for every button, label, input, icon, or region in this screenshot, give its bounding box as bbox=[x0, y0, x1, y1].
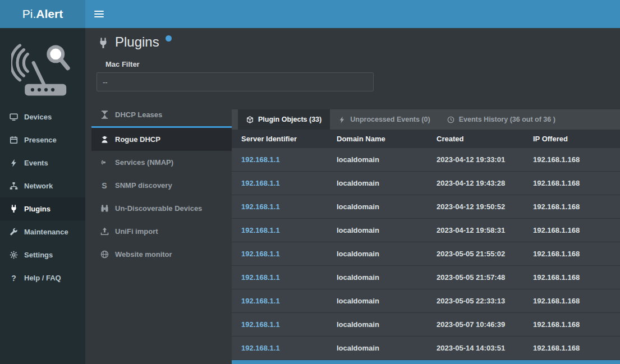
plugin-nav-label: Rogue DHCP bbox=[115, 135, 160, 144]
created-cell: 2023-04-12 19:58:31 bbox=[437, 226, 533, 234]
server-identifier-link[interactable]: 192.168.1.1 bbox=[241, 179, 280, 187]
domain-name-cell: localdomain bbox=[337, 344, 437, 352]
server-identifier-link[interactable]: 192.168.1.1 bbox=[241, 320, 280, 329]
column-header-created[interactable]: Created bbox=[437, 135, 533, 143]
table-row[interactable]: 192.168.1.1 localdomain 2023-05-05 21:55… bbox=[232, 242, 620, 266]
brand-bold: Alert bbox=[36, 7, 63, 21]
sidebar-item-label: Presence bbox=[24, 136, 57, 144]
main-content: Plugins Mac Filter DHCP Leases Rogue DHC… bbox=[85, 28, 620, 364]
monitor-icon bbox=[8, 113, 19, 121]
server-identifier-link[interactable]: 192.168.1.1 bbox=[241, 226, 280, 234]
gear-icon bbox=[8, 251, 19, 259]
column-header-ip-offered[interactable]: IP Offered bbox=[533, 135, 620, 143]
tab-plugin-objects[interactable]: Plugin Objects (33) bbox=[238, 109, 330, 130]
domain-name-cell: localdomain bbox=[337, 226, 437, 234]
ip-offered-cell: 192.168.1.168 bbox=[533, 297, 620, 305]
bolt-icon bbox=[8, 159, 19, 167]
network-icon bbox=[8, 182, 19, 190]
ip-offered-cell: 192.168.1.168 bbox=[533, 273, 620, 282]
sidebar-item-help-faq[interactable]: ? Help / FAQ bbox=[0, 266, 85, 289]
domain-name-cell: localdomain bbox=[337, 273, 437, 282]
brand-prefix: Pi. bbox=[22, 7, 36, 21]
brand-logo[interactable]: Pi.Alert bbox=[0, 0, 85, 28]
sidebar-item-devices[interactable]: Devices bbox=[0, 105, 85, 128]
plugin-nav-label: Website monitor bbox=[115, 250, 172, 259]
mac-filter-label: Mac Filter bbox=[105, 60, 140, 68]
sidebar-item-label: Settings bbox=[24, 251, 53, 259]
calendar-icon bbox=[8, 136, 19, 144]
binoculars-icon bbox=[99, 204, 109, 213]
created-cell: 2023-05-07 10:46:39 bbox=[437, 320, 533, 329]
server-identifier-link[interactable]: 192.168.1.1 bbox=[241, 155, 280, 164]
plugin-nav-item-dhcp-leases[interactable]: DHCP Leases bbox=[91, 103, 232, 126]
sidebar-item-label: Events bbox=[24, 159, 48, 167]
sidebar-item-label: Network bbox=[24, 182, 53, 190]
column-header-server-identifier[interactable]: Server Identifier bbox=[232, 135, 337, 143]
plugin-nav-item-website-monitor[interactable]: Website monitor bbox=[91, 243, 232, 266]
page-title: Plugins bbox=[115, 35, 159, 49]
sidebar-item-network[interactable]: Network bbox=[0, 174, 85, 197]
mac-filter-input[interactable] bbox=[97, 72, 374, 91]
table-row[interactable]: 192.168.1.1 localdomain 2023-04-12 19:43… bbox=[232, 172, 620, 195]
sidebar-item-plugins[interactable]: Plugins bbox=[0, 197, 85, 220]
domain-name-cell: localdomain bbox=[337, 179, 437, 187]
plugin-nav-item-services-nmap[interactable]: Services (NMAP) bbox=[91, 151, 232, 174]
server-identifier-link[interactable]: 192.168.1.1 bbox=[241, 297, 280, 305]
table-header-row: Server Identifier Domain Name Created IP… bbox=[232, 130, 620, 148]
table-row[interactable]: 192.168.1.1 localdomain 2023-05-14 14:03… bbox=[232, 337, 620, 360]
clock-icon bbox=[447, 116, 454, 123]
ip-offered-cell: 192.168.1.168 bbox=[533, 202, 620, 211]
server-identifier-link[interactable]: 192.168.1.1 bbox=[241, 273, 280, 282]
hourglass-icon bbox=[99, 110, 109, 119]
server-identifier-link[interactable]: 192.168.1.1 bbox=[241, 250, 280, 258]
table-row[interactable]: 192.168.1.1 localdomain 2023-05-07 10:46… bbox=[232, 313, 620, 337]
wrench-icon bbox=[8, 228, 19, 236]
plugin-nav-item-unifi-import[interactable]: UniFi import bbox=[91, 220, 232, 243]
plugin-nav-item-snmp-discovery[interactable]: S SNMP discovery bbox=[91, 174, 232, 197]
plugin-nav-label: UniFi import bbox=[115, 227, 158, 236]
created-cell: 2023-05-05 21:57:48 bbox=[437, 273, 533, 282]
bolt-icon bbox=[338, 116, 346, 123]
plugin-nav-label: Services (NMAP) bbox=[115, 158, 173, 167]
table-row[interactable]: 192.168.1.1 localdomain 2023-04-12 19:33… bbox=[232, 148, 620, 172]
sidebar-item-label: Plugins bbox=[24, 205, 50, 213]
sidebar-item-maintenance[interactable]: Maintenance bbox=[0, 220, 85, 243]
created-cell: 2023-05-05 21:55:02 bbox=[437, 250, 533, 258]
menu-toggle-button[interactable] bbox=[85, 0, 112, 28]
table-row[interactable]: 192.168.1.1 localdomain 2023-04-12 19:58… bbox=[232, 219, 620, 242]
plugin-nav-item-undiscoverable-devices[interactable]: Un-Discoverable Devices bbox=[91, 197, 232, 220]
sidebar-item-settings[interactable]: Settings bbox=[0, 243, 85, 266]
created-cell: 2023-04-12 19:50:52 bbox=[437, 202, 533, 211]
tab-unprocessed-events[interactable]: Unprocessed Events (0) bbox=[330, 109, 438, 130]
info-badge-icon[interactable] bbox=[166, 35, 172, 42]
created-cell: 2023-04-12 19:43:28 bbox=[437, 179, 533, 187]
domain-name-cell: localdomain bbox=[337, 202, 437, 211]
table-bottom-accent-bar bbox=[232, 360, 620, 364]
column-header-domain-name[interactable]: Domain Name bbox=[337, 135, 437, 143]
tab-bar: Plugin Objects (33) Unprocessed Events (… bbox=[232, 109, 620, 130]
server-identifier-link[interactable]: 192.168.1.1 bbox=[241, 202, 280, 211]
sidebar-item-events[interactable]: Events bbox=[0, 151, 85, 174]
table-row[interactable]: 192.168.1.1 localdomain 2023-05-05 22:33… bbox=[232, 289, 620, 313]
globe-icon bbox=[99, 250, 109, 259]
table-row[interactable]: 192.168.1.1 localdomain 2023-05-05 21:57… bbox=[232, 266, 620, 289]
tab-events-history[interactable]: Events History (36 out of 36 ) bbox=[439, 109, 564, 130]
table-row[interactable]: 192.168.1.1 localdomain 2023-04-12 19:50… bbox=[232, 195, 620, 219]
plugin-nav: DHCP Leases Rogue DHCP Services (NMAP) S… bbox=[91, 103, 232, 266]
plugin-nav-label: SNMP discovery bbox=[115, 181, 172, 190]
sidebar-item-presence[interactable]: Presence bbox=[0, 128, 85, 151]
plugin-nav-item-rogue-dhcp[interactable]: Rogue DHCP bbox=[91, 128, 232, 151]
sidebar-item-label: Maintenance bbox=[24, 228, 68, 236]
domain-name-cell: localdomain bbox=[337, 297, 437, 305]
tab-label: Unprocessed Events (0) bbox=[350, 116, 430, 123]
page-header: Plugins bbox=[98, 35, 172, 49]
server-identifier-link[interactable]: 192.168.1.1 bbox=[241, 344, 280, 352]
sidebar: Devices Presence Events Network Plugins … bbox=[0, 28, 85, 364]
plug-icon bbox=[8, 205, 19, 213]
created-cell: 2023-04-12 19:33:01 bbox=[437, 155, 533, 164]
tab-label: Plugin Objects (33) bbox=[258, 116, 322, 123]
plug-icon bbox=[98, 38, 109, 49]
snmp-s-icon: S bbox=[99, 181, 109, 190]
question-icon: ? bbox=[8, 274, 19, 283]
sidebar-item-label: Devices bbox=[24, 113, 52, 121]
